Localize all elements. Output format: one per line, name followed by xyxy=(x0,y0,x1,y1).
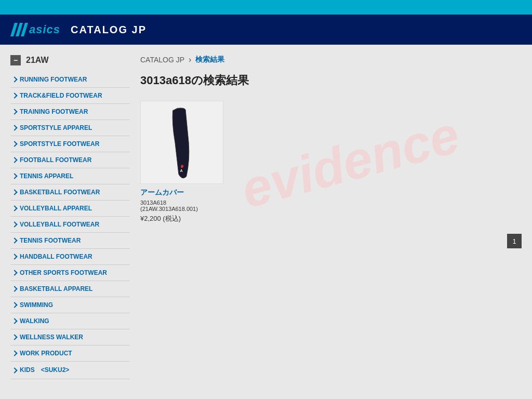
svg-text:A: A xyxy=(180,169,183,172)
chevron-right-icon xyxy=(11,302,17,308)
sidebar-nav-item: BASKETBALL APPAREL xyxy=(10,281,130,297)
sidebar-nav-item: TRACK&FIELD FOOTWEAR xyxy=(10,88,130,104)
sidebar-item-kids--suku2-[interactable]: KIDS <SUKU2> xyxy=(10,362,130,379)
sidebar-nav-item: FOOTBALL FOOTWEAR xyxy=(10,152,130,168)
sidebar-item-sportstyle-apparel[interactable]: SPORTSTYLE APPAREL xyxy=(10,120,130,136)
search-title: 3013a618の検索結果 xyxy=(140,73,522,88)
chevron-right-icon xyxy=(11,76,17,82)
sidebar-nav-item: HANDBALL FOOTWEAR xyxy=(10,249,130,265)
sidebar-item-football-footwear[interactable]: FOOTBALL FOOTWEAR xyxy=(10,152,130,168)
chevron-right-icon xyxy=(11,350,17,356)
main-container: − 21AW RUNNING FOOTWEARTRACK&FIELD FOOTW… xyxy=(0,45,532,390)
chevron-right-icon xyxy=(11,254,17,259)
sidebar-nav-item: OTHER SPORTS FOOTWEAR xyxy=(10,265,130,281)
watermark: evidence xyxy=(235,104,465,220)
sidebar-nav-item: WELLNESS WALKER xyxy=(10,329,130,345)
sidebar-item-work-product[interactable]: WORK PRODUCT xyxy=(10,345,130,361)
sidebar-item-basketball-footwear[interactable]: BASKETBALL FOOTWEAR xyxy=(10,184,130,200)
sidebar-item-sportstyle-footwear[interactable]: SPORTSTYLE FOOTWEAR xyxy=(10,136,130,152)
chevron-right-icon xyxy=(11,237,17,243)
catalog-title: CATALOG JP xyxy=(71,24,147,36)
sidebar-year-label: 21AW xyxy=(26,56,49,65)
sidebar-collapse-button[interactable]: − xyxy=(10,55,21,65)
chevron-right-icon xyxy=(11,221,17,227)
sidebar-nav-item: VOLLEYBALL APPAREL xyxy=(10,201,130,217)
chevron-right-icon xyxy=(11,189,17,195)
products-grid: evidence A アームカバー 3013A618 (21AW.3013A61… xyxy=(140,101,522,223)
chevron-right-icon xyxy=(11,334,17,340)
chevron-right-icon xyxy=(11,367,17,373)
sidebar-nav-item: WORK PRODUCT xyxy=(10,345,130,362)
product-name[interactable]: アームカバー xyxy=(140,188,223,197)
product-image-icon: A xyxy=(161,106,203,179)
sidebar-nav-item: TENNIS FOOTWEAR xyxy=(10,233,130,249)
sidebar-nav-item: RUNNING FOOTWEAR xyxy=(10,72,130,88)
sidebar-nav-item: SPORTSTYLE APPAREL xyxy=(10,120,130,136)
header: asics CATALOG JP xyxy=(0,15,532,45)
page-1-button[interactable]: 1 xyxy=(507,234,522,248)
chevron-right-icon xyxy=(11,205,17,211)
sidebar-nav-item: TRAINING FOOTWEAR xyxy=(10,104,130,120)
breadcrumb-home-link[interactable]: CATALOG JP xyxy=(140,56,184,64)
sidebar: − 21AW RUNNING FOOTWEARTRACK&FIELD FOOTW… xyxy=(10,55,130,379)
top-bar xyxy=(0,0,532,15)
sidebar-nav-item: BASKETBALL FOOTWEAR xyxy=(10,184,130,201)
asics-text: asics xyxy=(29,23,60,36)
breadcrumb-current: 検索結果 xyxy=(195,55,224,64)
chevron-right-icon xyxy=(11,141,17,147)
sidebar-nav-item: VOLLEYBALL FOOTWEAR xyxy=(10,217,130,233)
logo-area: asics CATALOG JP xyxy=(10,22,147,37)
chevron-right-icon xyxy=(11,92,17,98)
sidebar-item-swimming[interactable]: SWIMMING xyxy=(10,297,130,313)
sidebar-nav-item: KIDS <SUKU2> xyxy=(10,362,130,379)
chevron-right-icon xyxy=(11,109,17,114)
chevron-right-icon xyxy=(11,318,17,324)
sidebar-item-running-footwear[interactable]: RUNNING FOOTWEAR xyxy=(10,72,130,87)
sidebar-item-training-footwear[interactable]: TRAINING FOOTWEAR xyxy=(10,104,130,119)
chevron-right-icon xyxy=(11,173,17,179)
sidebar-nav-item: SPORTSTYLE FOOTWEAR xyxy=(10,136,130,152)
product-price: ¥2,200 (税込) xyxy=(140,214,223,223)
sidebar-item-volleyball-apparel[interactable]: VOLLEYBALL APPAREL xyxy=(10,201,130,216)
product-image: A xyxy=(140,101,223,184)
sidebar-item-other-sports-footwear[interactable]: OTHER SPORTS FOOTWEAR xyxy=(10,265,130,281)
sidebar-nav-item: SWIMMING xyxy=(10,297,130,313)
sidebar-item-tennis-apparel[interactable]: TENNIS APPAREL xyxy=(10,168,130,184)
product-code: 3013A618 (21AW.3013A618.001) xyxy=(140,200,223,212)
sidebar-item-volleyball-footwear[interactable]: VOLLEYBALL FOOTWEAR xyxy=(10,217,130,232)
content-area: CATALOG JP › 検索結果 3013a618の検索結果 evidence… xyxy=(140,55,522,379)
product-card[interactable]: A アームカバー 3013A618 (21AW.3013A618.001) ¥2… xyxy=(140,101,223,223)
chevron-right-icon xyxy=(11,157,17,163)
sidebar-header: − 21AW xyxy=(10,55,130,65)
asics-stripe-icon xyxy=(10,22,29,37)
pagination: 1 xyxy=(140,234,522,248)
sidebar-item-tennis-footwear[interactable]: TENNIS FOOTWEAR xyxy=(10,233,130,248)
sidebar-item-basketball-apparel[interactable]: BASKETBALL APPAREL xyxy=(10,281,130,297)
sidebar-nav: RUNNING FOOTWEARTRACK&FIELD FOOTWEARTRAI… xyxy=(10,72,130,379)
chevron-right-icon xyxy=(11,286,17,291)
sidebar-nav-item: TENNIS APPAREL xyxy=(10,168,130,184)
sidebar-nav-item: WALKING xyxy=(10,313,130,329)
breadcrumb-separator: › xyxy=(189,55,191,64)
sidebar-item-walking[interactable]: WALKING xyxy=(10,313,130,329)
chevron-right-icon xyxy=(11,125,17,130)
breadcrumb: CATALOG JP › 検索結果 xyxy=(140,55,522,64)
sidebar-item-handball-footwear[interactable]: HANDBALL FOOTWEAR xyxy=(10,249,130,264)
sidebar-item-track-field-footwear[interactable]: TRACK&FIELD FOOTWEAR xyxy=(10,88,130,103)
chevron-right-icon xyxy=(11,270,17,275)
asics-logo: asics xyxy=(10,22,60,37)
sidebar-item-wellness-walker[interactable]: WELLNESS WALKER xyxy=(10,329,130,345)
